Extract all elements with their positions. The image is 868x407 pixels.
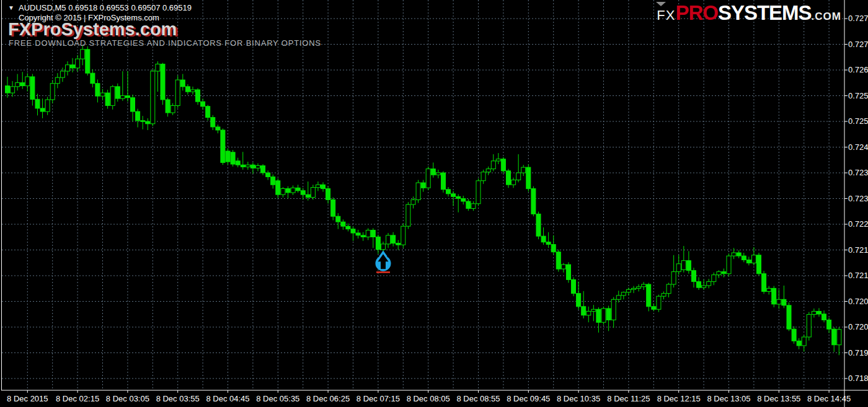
candlestick-chart-canvas[interactable] [0, 0, 868, 407]
time-axis-label: 8 Dec 14:45 [799, 394, 859, 403]
candle-body [416, 183, 420, 200]
candle-body [66, 65, 70, 71]
candle-body [276, 181, 280, 195]
watermark-tagline: FREE DOWNLOAD STRATEGIES AND INDICATORS … [9, 38, 321, 48]
candle-body [621, 292, 626, 295]
candle-body [151, 71, 155, 124]
candle-body [606, 309, 611, 320]
candle-body [206, 107, 210, 118]
candle-body [642, 284, 646, 287]
logo-com-text: .COM [812, 6, 841, 27]
candle-body [702, 286, 706, 287]
candle-body [772, 288, 776, 304]
candle-body [45, 100, 50, 112]
candle-body [356, 233, 360, 235]
candle-body [55, 77, 60, 84]
candle-body [807, 315, 811, 337]
candle-body [336, 216, 340, 222]
candle-body [822, 314, 826, 320]
candle-body [827, 320, 831, 330]
candle-body [596, 309, 601, 322]
price-axis-label: 0.72715 [848, 40, 868, 49]
candle-body [406, 204, 410, 226]
candle-body [95, 84, 100, 96]
candle-body [587, 312, 591, 315]
price-axis-label: 0.72390 [848, 168, 868, 177]
symbol-dropdown-icon[interactable]: ▼ [8, 4, 14, 11]
candle-body [507, 171, 511, 185]
candle-body [461, 199, 466, 202]
logo-fx-text: FX [657, 5, 675, 26]
candle-body [376, 237, 380, 249]
candle-body [496, 159, 500, 161]
candle-body [481, 172, 485, 181]
candle-body [742, 256, 746, 260]
price-axis-label: 0.72130 [848, 271, 868, 280]
candle-body [396, 243, 401, 245]
candle-body [632, 288, 636, 289]
candle-body [637, 287, 641, 289]
price-axis-label: 0.72520 [848, 117, 868, 126]
candle-body [591, 309, 596, 311]
candle-body [50, 84, 55, 100]
candle-body [185, 87, 190, 92]
candle-body [722, 272, 726, 274]
candle-body [20, 82, 25, 85]
candle-body [281, 189, 285, 195]
candle-body [577, 294, 581, 307]
mt4-chart-window: ▼ AUDUSD,M5 0.69518 0.69553 0.69507 0.69… [0, 0, 868, 407]
price-axis-label: 0.71870 [848, 374, 868, 383]
price-axis-label: 0.72065 [848, 297, 868, 306]
candle-body [501, 159, 505, 171]
candle-body [446, 190, 451, 194]
candle-body [546, 242, 551, 245]
candle-body [6, 86, 10, 94]
candle-body [311, 188, 315, 198]
candle-body [516, 173, 521, 180]
candle-body [616, 295, 621, 299]
candle-body [301, 191, 305, 195]
candle-body [236, 161, 240, 165]
candle-body [732, 253, 736, 256]
candle-body [256, 166, 260, 168]
candle-body [296, 188, 300, 191]
candle-body [626, 289, 631, 292]
candle-body [30, 77, 35, 99]
candle-body [681, 261, 686, 270]
candle-body [131, 98, 135, 112]
candle-body [216, 127, 220, 130]
symbol-ohlc-readout: AUDUSD,M5 0.69518 0.69553 0.69507 0.6951… [19, 3, 192, 12]
candle-body [291, 188, 295, 193]
buy-arrow-marker[interactable] [376, 250, 391, 273]
candle-body [156, 64, 160, 71]
candle-body [366, 230, 370, 237]
candle-body [531, 189, 536, 214]
candle-body [271, 177, 275, 185]
candle-body [211, 118, 215, 127]
candle-body [246, 165, 250, 167]
candle-body [751, 255, 756, 263]
candle-body [686, 261, 691, 271]
candle-body [486, 169, 490, 172]
candle-body [110, 87, 115, 106]
candle-body [371, 230, 375, 237]
candle-body [175, 80, 180, 106]
logo-pro-text: PRO [675, 2, 718, 24]
candle-body [456, 196, 461, 198]
candle-body [717, 272, 721, 275]
candle-body [817, 312, 822, 315]
candle-body [231, 152, 235, 164]
candle-body [331, 199, 335, 216]
candle-body [737, 253, 741, 256]
candle-body [431, 169, 435, 175]
candle-body [526, 167, 531, 189]
candle-body [316, 185, 321, 188]
candle-body [662, 294, 666, 297]
candle-body [657, 296, 661, 309]
price-axis-label: 0.71935 [848, 349, 868, 357]
candle-body [536, 214, 541, 236]
price-axis-label: 0.72000 [848, 323, 868, 331]
candle-body [180, 80, 185, 87]
candle-body [676, 264, 681, 272]
candle-body [572, 279, 576, 293]
